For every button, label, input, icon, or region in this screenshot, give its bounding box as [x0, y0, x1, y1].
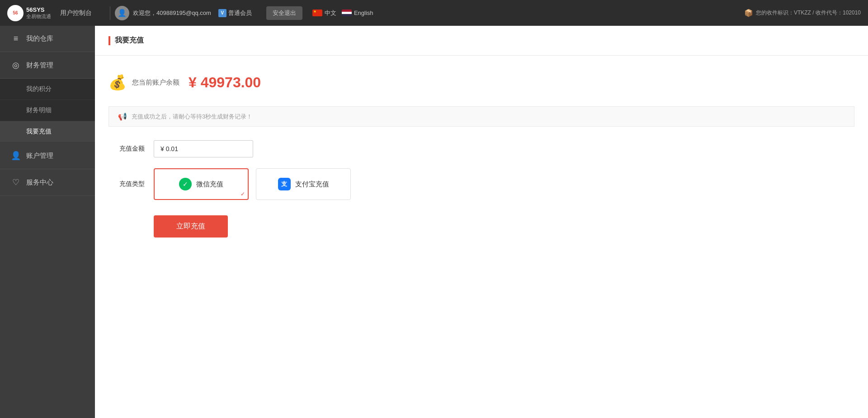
submit-button[interactable]: 立即充值 [154, 215, 228, 238]
sidebar-item-account[interactable]: 👤 账户管理 [0, 142, 95, 169]
sidebar-warehouse-label: 我的仓库 [26, 34, 53, 43]
header: 56 56SYS 全易物流通 用户控制台 👤 欢迎您，409889195@qq.… [0, 0, 868, 26]
content-body: 💰 您当前账户余额 ¥ 49973.00 📢 充值成功之后，请耐心等待3秒生成财… [95, 56, 868, 418]
header-member: V 普通会员 [218, 9, 252, 17]
lang-cn-label: 中文 [325, 9, 336, 17]
sidebar-submenu-finance: 我的积分 财务明细 我要充值 [0, 79, 95, 142]
payment-option-alipay[interactable]: 支 支付宝充值 [256, 168, 351, 200]
notice-bar: 📢 充值成功之后，请耐心等待3秒生成财务记录！ [108, 106, 854, 127]
sidebar-item-warehouse[interactable]: ≡ 我的仓库 [0, 26, 95, 52]
lang-en-item[interactable]: English [342, 10, 373, 16]
finance-icon: ◎ [11, 60, 21, 70]
page-title: 我要充值 [115, 36, 144, 45]
balance-coin-icon: 💰 [108, 74, 127, 91]
notice-text: 充值成功之后，请耐心等待3秒生成财务记录！ [132, 113, 252, 121]
balance-label: 您当前账户余额 [132, 78, 179, 87]
wechat-label: 微信充值 [196, 180, 223, 189]
header-welcome: 👤 欢迎您，409889195@qq.com [115, 6, 211, 20]
header-control-label: 用户控制台 [60, 9, 92, 17]
member-icon: V [218, 9, 226, 17]
header-right-info: 📦 您的收件标识：VTKZZ / 收件代号：102010 [744, 9, 861, 17]
payment-type-label: 充值类型 [108, 180, 145, 188]
header-divider-1 [110, 6, 110, 20]
lang-en-label: English [354, 10, 373, 16]
receiver-info: 您的收件标识：VTKZZ / 收件代号：102010 [756, 9, 861, 17]
logo-icon: 56 [7, 5, 24, 21]
avatar: 👤 [115, 6, 129, 20]
sidebar-item-points[interactable]: 我的积分 [0, 79, 95, 100]
account-icon: 👤 [11, 151, 21, 161]
wechat-icon: ✓ [179, 178, 192, 190]
page-header: 我要充值 [95, 26, 868, 56]
logo-text: 56SYS 全易物流通 [26, 6, 51, 20]
lang-cn-item[interactable]: 中文 [312, 9, 336, 17]
payment-options: ✓ 微信充值 支 支付宝充值 [154, 168, 351, 200]
sidebar-item-recharge[interactable]: 我要充值 [0, 121, 95, 142]
payment-option-wechat[interactable]: ✓ 微信充值 [154, 168, 249, 200]
sidebar-item-finance[interactable]: ◎ 财务管理 [0, 52, 95, 79]
service-icon: ♡ [11, 177, 21, 187]
language-section: 中文 English [312, 9, 373, 17]
logout-button[interactable]: 安全退出 [266, 6, 302, 20]
alipay-icon: 支 [278, 178, 291, 190]
amount-input[interactable] [154, 140, 253, 157]
sidebar-finance-label: 财务管理 [26, 61, 53, 70]
balance-amount: ¥ 49973.00 [189, 74, 261, 91]
flag-cn-icon [312, 10, 322, 16]
alipay-label: 支付宝充值 [295, 180, 329, 189]
amount-label: 充值金额 [108, 145, 145, 153]
sidebar-account-label: 账户管理 [26, 152, 53, 160]
warehouse-icon: ≡ [11, 34, 21, 43]
flag-th-icon [342, 10, 352, 16]
main-layout: ≡ 我的仓库 ◎ 财务管理 我的积分 财务明细 我要充值 👤 账户管理 ♡ 服务… [0, 26, 868, 418]
logo: 56 56SYS 全易物流通 [7, 5, 51, 21]
package-icon: 📦 [744, 9, 753, 17]
sidebar-item-service[interactable]: ♡ 服务中心 [0, 169, 95, 196]
amount-form-row: 充值金额 [108, 140, 854, 157]
member-label: 普通会员 [228, 9, 252, 17]
sidebar: ≡ 我的仓库 ◎ 财务管理 我的积分 财务明细 我要充值 👤 账户管理 ♡ 服务… [0, 26, 95, 418]
content-area: 我要充值 💰 您当前账户余额 ¥ 49973.00 📢 充值成功之后，请耐心等待… [95, 26, 868, 418]
page-header-bar [108, 36, 110, 45]
balance-section: 💰 您当前账户余额 ¥ 49973.00 [108, 69, 854, 95]
payment-type-form-row: 充值类型 ✓ 微信充值 支 支付宝充值 [108, 168, 854, 200]
welcome-text: 欢迎您，409889195@qq.com [133, 9, 211, 17]
notice-icon: 📢 [118, 112, 127, 121]
sidebar-item-finance-detail[interactable]: 财务明细 [0, 100, 95, 121]
sidebar-service-label: 服务中心 [26, 178, 53, 187]
